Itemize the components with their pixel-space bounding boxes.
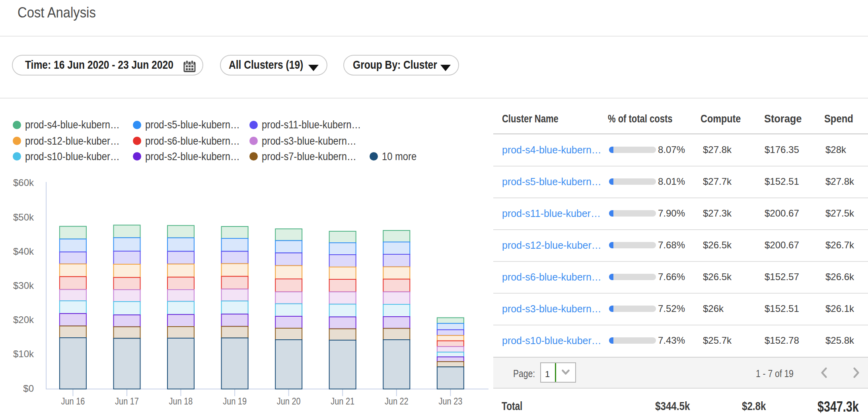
svg-text:Jun 16: Jun 16 [61,396,85,406]
svg-text:Jun 18: Jun 18 [169,396,193,406]
svg-text:$60k: $60k [13,177,34,188]
svg-text:Jun 20: Jun 20 [277,396,301,406]
svg-text:$0: $0 [23,383,34,394]
svg-text:Jun 22: Jun 22 [385,396,409,406]
svg-text:$30k: $30k [13,280,34,291]
svg-text:Jun 23: Jun 23 [439,396,463,406]
svg-text:$50k: $50k [13,212,34,223]
svg-text:$10k: $10k [13,348,34,359]
svg-text:Jun 21: Jun 21 [331,396,354,406]
svg-text:$20k: $20k [13,314,34,325]
svg-text:Jun 19: Jun 19 [223,396,247,406]
svg-text:Jun 17: Jun 17 [115,396,139,406]
svg-text:$40k: $40k [13,246,34,257]
